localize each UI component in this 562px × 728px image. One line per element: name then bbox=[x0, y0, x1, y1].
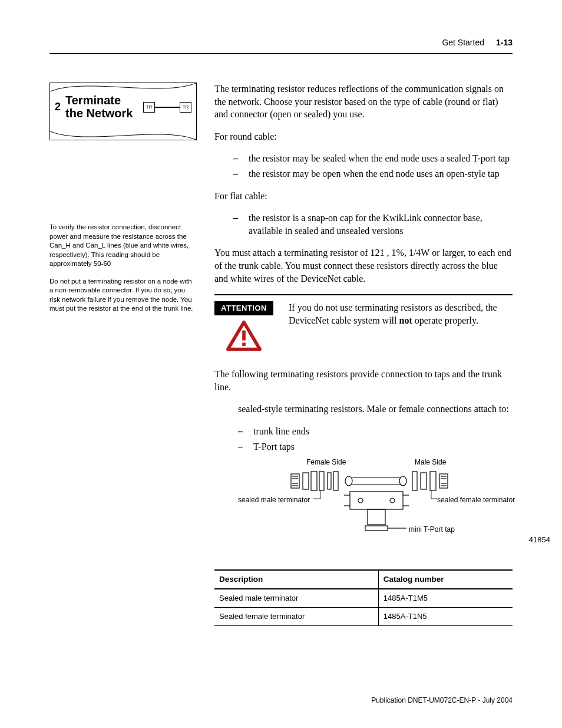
list-item-text: the resistor is a snap-on cap for the Kw… bbox=[249, 212, 513, 237]
attention-label: ATTENTION bbox=[214, 301, 273, 315]
table-row: Sealed male terminator 1485A-T1M5 bbox=[214, 589, 513, 607]
table-header: Catalog number bbox=[378, 570, 513, 589]
intro-paragraph: The terminating resistor reduces reflect… bbox=[214, 83, 513, 121]
list-item: – the resistor is a snap-on cap for the … bbox=[233, 212, 513, 237]
svg-rect-36 bbox=[365, 526, 388, 531]
tr-box-right: TR bbox=[180, 102, 191, 113]
page-header: Get Started 1-13 bbox=[49, 38, 513, 54]
fig-label-sealed-male: sealed male terminator bbox=[238, 495, 310, 505]
round-cable-list: – the resistor may be sealed when the en… bbox=[214, 152, 513, 180]
sealed-style-subitems: – trunk line ends – T-Port taps bbox=[214, 425, 513, 453]
terminator-diagram-icon: TR TR bbox=[143, 101, 191, 113]
step-callout: 2 Terminate the Network TR TR bbox=[49, 83, 197, 140]
flat-cable-list: – the resistor is a snap-on cap for the … bbox=[214, 212, 513, 237]
sealed-style-bullet: sealed-style terminating resistors. Male… bbox=[214, 403, 513, 416]
list-item: – T-Port taps bbox=[238, 440, 513, 453]
svg-rect-10 bbox=[328, 473, 331, 489]
sidebar-note-2: Do not put a terminating resistor on a n… bbox=[49, 277, 197, 314]
page-footer: Publication DNET-UM072C-EN-P - July 2004 bbox=[371, 696, 513, 704]
terminator-figure: Female Side Male Side sealed male termin… bbox=[285, 456, 513, 545]
following-paragraph: The following terminating resistors prov… bbox=[214, 368, 513, 393]
attention-text-post: operate properly. bbox=[412, 315, 478, 325]
step-number: 2 bbox=[55, 100, 61, 114]
header-section: Get Started bbox=[442, 38, 484, 47]
svg-rect-16 bbox=[412, 472, 417, 490]
sidebar: 2 Terminate the Network TR TR To verify … bbox=[49, 83, 197, 626]
svg-rect-7 bbox=[303, 473, 309, 489]
svg-rect-9 bbox=[319, 472, 324, 490]
catalog-table: Description Catalog number Sealed male t… bbox=[214, 569, 513, 625]
table-cell: Sealed male terminator bbox=[214, 589, 378, 607]
round-cable-heading: For round cable: bbox=[214, 130, 513, 143]
svg-point-15 bbox=[399, 476, 406, 486]
svg-rect-1 bbox=[242, 342, 246, 346]
sidebar-note-1: To verify the resistor connection, disco… bbox=[49, 223, 197, 269]
table-row: Sealed female terminator 1485A-T1N5 bbox=[214, 608, 513, 626]
flat-cable-heading: For flat cable: bbox=[214, 190, 513, 203]
svg-rect-0 bbox=[242, 330, 246, 340]
fig-label-female-side: Female Side bbox=[306, 457, 346, 467]
table-cell: 1485A-T1N5 bbox=[378, 608, 513, 626]
spec-paragraph: You must attach a terminating resistor o… bbox=[214, 246, 513, 285]
svg-rect-17 bbox=[421, 473, 427, 489]
step-title: Terminate the Network bbox=[65, 94, 138, 120]
svg-rect-35 bbox=[368, 509, 385, 525]
list-item-text: T-Port taps bbox=[253, 440, 295, 453]
table-cell: 1485A-T1M5 bbox=[378, 589, 513, 607]
list-item: – the resistor may be sealed when the en… bbox=[233, 152, 513, 165]
svg-point-12 bbox=[345, 476, 352, 486]
fig-label-sealed-female: sealed female terminator bbox=[437, 495, 515, 505]
attention-block: ATTENTION If you do not use terminating … bbox=[214, 294, 513, 355]
figure-number: 41854 bbox=[529, 535, 550, 545]
table-header-row: Description Catalog number bbox=[214, 570, 513, 589]
fig-label-mini-tport: mini T-Port tap bbox=[409, 525, 455, 534]
list-item: – trunk line ends bbox=[238, 425, 513, 438]
list-item: – the resistor may be open when the end … bbox=[233, 167, 513, 180]
list-item-text: the resistor may be open when the end no… bbox=[249, 167, 500, 180]
table-header: Description bbox=[214, 570, 378, 589]
fig-label-male-side: Male Side bbox=[415, 457, 446, 467]
list-item-text: the resistor may be sealed when the end … bbox=[249, 152, 510, 165]
list-item-text: trunk line ends bbox=[253, 425, 309, 438]
svg-point-30 bbox=[390, 498, 395, 503]
header-page-number: 1-13 bbox=[496, 38, 513, 47]
table-cell: Sealed female terminator bbox=[214, 608, 378, 626]
warning-triangle-icon bbox=[226, 320, 262, 352]
svg-rect-11 bbox=[333, 472, 338, 490]
attention-text-bold: not bbox=[399, 315, 412, 325]
svg-rect-18 bbox=[430, 472, 436, 490]
main-column: The terminating resistor reduces reflect… bbox=[214, 83, 513, 626]
attention-text: If you do not use terminating resistors … bbox=[289, 301, 513, 355]
svg-rect-8 bbox=[311, 472, 317, 490]
svg-point-29 bbox=[358, 498, 363, 503]
tr-box-left: TR bbox=[143, 102, 155, 113]
